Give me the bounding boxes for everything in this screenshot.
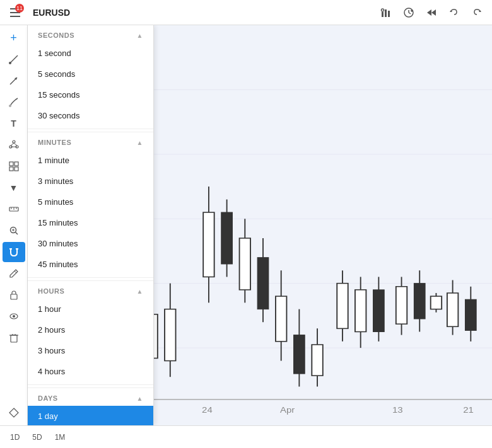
diamond-tool[interactable] (3, 403, 25, 423)
svg-rect-81 (294, 335, 305, 374)
timeframe-5s[interactable]: 5 seconds (28, 64, 153, 84)
svg-rect-69 (165, 309, 175, 361)
svg-point-41 (13, 315, 15, 318)
lock-tool[interactable] (3, 285, 25, 305)
timeframe-45m[interactable]: 45 minutes (28, 254, 153, 275)
svg-rect-79 (276, 296, 286, 342)
svg-rect-26 (9, 167, 13, 171)
timeframe-1h[interactable]: 1 hour (28, 299, 153, 319)
days-section-header: DAYS ▲ (28, 388, 153, 406)
5d-button[interactable]: 5D (27, 430, 47, 444)
svg-marker-9 (427, 9, 431, 16)
timeframe-1d[interactable]: 1 day (28, 406, 153, 425)
svg-rect-39 (11, 294, 17, 299)
svg-rect-93 (414, 284, 425, 319)
svg-rect-95 (431, 296, 442, 309)
ruler-tool[interactable] (3, 199, 25, 219)
text-tool[interactable]: T (3, 113, 25, 134)
pencil-tool[interactable] (3, 263, 25, 284)
arrow-tool[interactable] (3, 71, 25, 91)
svg-rect-83 (312, 345, 322, 376)
separator (28, 384, 153, 385)
pointer-tool[interactable]: ▼ (3, 178, 25, 198)
svg-text:Apr: Apr (280, 406, 295, 414)
brush-tool[interactable] (3, 92, 25, 112)
svg-rect-71 (203, 212, 214, 277)
top-bar: 11 EURUSD (0, 0, 492, 25)
chevron-up-icon: ▲ (137, 32, 143, 39)
svg-rect-97 (447, 293, 458, 326)
svg-rect-85 (337, 284, 348, 329)
svg-text:13: 13 (392, 406, 403, 414)
1m-button[interactable]: 1M (50, 430, 71, 444)
symbol-label[interactable]: EURUSD (28, 8, 70, 18)
timeframe-3m[interactable]: 3 minutes (28, 171, 153, 192)
timeframe-1m[interactable]: 1 minute (28, 150, 153, 171)
delete-tool[interactable] (3, 328, 25, 348)
redo-icon[interactable] (467, 3, 487, 23)
undo-icon[interactable] (444, 3, 464, 23)
timeframe-dropdown[interactable]: SECONDS ▲ 1 second 5 seconds 15 seconds … (28, 25, 154, 425)
bar-chart-icon[interactable] (376, 3, 396, 23)
svg-rect-27 (15, 167, 18, 171)
menu-button[interactable]: 11 (5, 3, 25, 23)
svg-text:24: 24 (202, 406, 213, 414)
svg-point-17 (9, 105, 11, 107)
measure-tool[interactable] (3, 156, 25, 176)
separator (28, 129, 153, 129)
eye-tool[interactable] (3, 306, 25, 326)
seconds-section-header: SECONDS ▲ (28, 25, 153, 43)
svg-line-38 (15, 271, 16, 273)
timeframe-2h[interactable]: 2 hours (28, 319, 153, 340)
magnet-tool[interactable] (3, 242, 25, 262)
svg-line-13 (10, 55, 18, 63)
timeframe-15m[interactable]: 15 minutes (28, 212, 153, 233)
svg-line-6 (409, 13, 411, 14)
content-area: SECONDS ▲ 1 second 5 seconds 15 seconds … (28, 25, 492, 425)
svg-text:21: 21 (463, 406, 474, 414)
hamburger-icon (10, 16, 20, 17)
svg-marker-46 (9, 408, 18, 417)
svg-rect-2 (388, 11, 390, 17)
line-tool[interactable] (3, 49, 25, 69)
svg-rect-0 (382, 12, 384, 17)
timeframe-15s[interactable]: 15 seconds (28, 84, 153, 105)
bottom-bar: 1D 5D 1M (0, 425, 492, 448)
svg-rect-99 (466, 299, 476, 330)
svg-point-3 (382, 9, 384, 11)
timeframe-3h[interactable]: 3 hours (28, 340, 153, 361)
clock-add-icon[interactable] (399, 3, 419, 23)
1d-button[interactable]: 1D (5, 430, 25, 444)
svg-line-21 (11, 143, 14, 146)
main-area: + T (0, 25, 492, 425)
timeframe-30m[interactable]: 30 minutes (28, 233, 153, 254)
timeframe-5m[interactable]: 5 minutes (28, 192, 153, 212)
svg-rect-75 (240, 238, 250, 290)
svg-point-18 (13, 141, 15, 143)
node-tool[interactable] (3, 135, 25, 155)
svg-rect-1 (385, 9, 387, 17)
rewind-icon[interactable] (421, 3, 442, 23)
svg-rect-87 (355, 290, 366, 332)
chevron-up-icon: ▲ (137, 139, 143, 146)
svg-rect-73 (221, 212, 232, 264)
timeframe-30s[interactable]: 30 seconds (28, 105, 153, 126)
chevron-up-icon: ▲ (137, 395, 143, 402)
svg-rect-77 (257, 258, 268, 309)
timeframe-1s[interactable]: 1 second (28, 43, 153, 64)
separator (28, 277, 153, 278)
svg-rect-91 (396, 287, 407, 324)
hours-section-header: HOURS ▲ (28, 280, 153, 299)
svg-marker-10 (431, 9, 436, 16)
app-container: 11 EURUSD (0, 0, 492, 448)
svg-line-33 (15, 233, 18, 235)
minutes-section-header: MINUTES ▲ (28, 132, 153, 150)
svg-rect-89 (373, 290, 384, 332)
svg-rect-42 (11, 335, 17, 342)
crosshair-tool[interactable]: + (3, 28, 25, 48)
svg-point-14 (9, 62, 11, 64)
timeframe-4h[interactable]: 4 hours (28, 361, 153, 382)
left-sidebar: + T (0, 25, 28, 425)
svg-rect-25 (15, 162, 18, 166)
zoom-tool[interactable] (3, 221, 25, 241)
